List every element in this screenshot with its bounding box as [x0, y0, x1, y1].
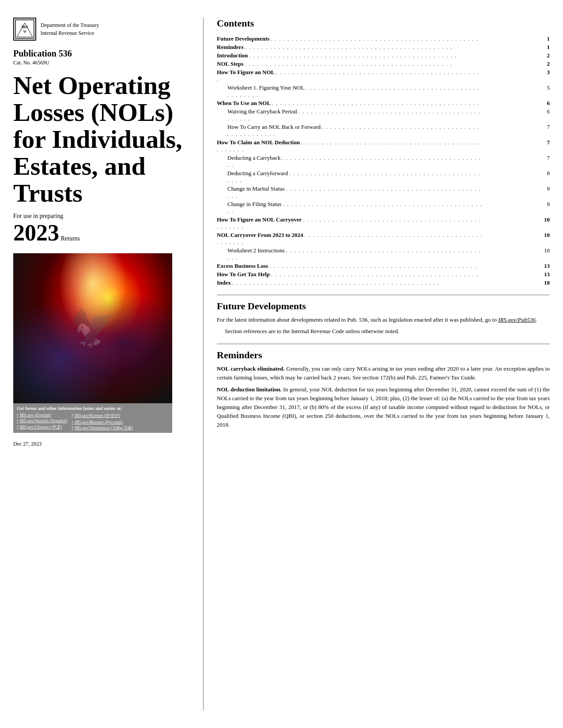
toc-label: Index . . . . . . . . . . . . . . . . . …	[217, 278, 483, 287]
toc-label: How To Figure an NOL Carryover . . . . .…	[217, 215, 483, 231]
link-item-5[interactable]: • IRS.gov/Russian (Русский)	[72, 420, 132, 424]
toc-page[interactable]: 13	[483, 270, 550, 278]
link-item-1[interactable]: • IRS.gov (English)	[17, 413, 67, 417]
toc-page[interactable]: 6	[483, 99, 550, 107]
toc-label: Deducting a Carryforward . . . . . . . .…	[217, 169, 483, 184]
toc-label: How To Carry an NOL Back or Forward . . …	[217, 123, 483, 138]
toc-row: Index . . . . . . . . . . . . . . . . . …	[217, 278, 550, 287]
link-irs[interactable]: IRS.gov (English)	[20, 413, 51, 417]
toc-label: How To Figure an NOL . . . . . . . . . .…	[217, 68, 483, 83]
toc-page[interactable]: 2	[483, 51, 550, 60]
cover-image	[13, 253, 172, 403]
toc-row: How To Carry an NOL Back or Forward . . …	[217, 123, 550, 138]
agency-line1: Department of the Treasury	[41, 21, 99, 29]
toc-page[interactable]: 18	[483, 278, 550, 287]
divider-2	[217, 344, 550, 344]
toc-page[interactable]: 9	[483, 200, 550, 215]
toc-page[interactable]: 6	[483, 107, 550, 123]
toc-row: When To Use an NOL . . . . . . . . . . .…	[217, 99, 550, 107]
toc-label: Change in Filing Status . . . . . . . . …	[217, 200, 483, 215]
toc-row: How To Get Tax Help . . . . . . . . . . …	[217, 270, 550, 278]
link-spanish[interactable]: IRS.gov/Spanish (Español)	[20, 418, 68, 423]
toc-page[interactable]: 8	[483, 169, 550, 184]
cover-caption: Get forms and other information faster a…	[13, 403, 172, 433]
link-korean[interactable]: IRS.gov/Korean (한국어)	[75, 413, 120, 419]
contents-title: Contents	[217, 18, 550, 29]
toc-row: NOL Steps . . . . . . . . . . . . . . . …	[217, 60, 550, 68]
toc-row: Worksheet 2 Instructions . . . . . . . .…	[217, 246, 550, 262]
toc-label: NOL Steps . . . . . . . . . . . . . . . …	[217, 60, 483, 68]
irs-logo: IRS 🦅	[13, 18, 36, 41]
toc-page[interactable]: 7	[483, 138, 550, 154]
future-dev-body: For the latest information about develop…	[217, 315, 550, 336]
date-footer: Dec 27, 2023	[13, 441, 190, 447]
agency-name: Department of the Treasury Internal Reve…	[41, 21, 99, 37]
toc-label: Change in Marital Status . . . . . . . .…	[217, 184, 483, 200]
toc-row: Excess Business Loss . . . . . . . . . .…	[217, 262, 550, 270]
toc-label: Reminders . . . . . . . . . . . . . . . …	[217, 43, 483, 51]
toc-label: Deducting a Carryback . . . . . . . . . …	[217, 154, 483, 169]
year-block: 2023 Returns	[13, 221, 190, 244]
toc-label: NOL Carryover From 2023 to 2024 . . . . …	[217, 231, 483, 246]
toc-page[interactable]: 10	[483, 215, 550, 231]
link-item-3[interactable]: • IRS.gov/Chinese (中文)	[17, 424, 67, 430]
link-russian[interactable]: IRS.gov/Russian (Русский)	[75, 420, 123, 424]
toc-label: Excess Business Loss . . . . . . . . . .…	[217, 262, 483, 270]
pub536-link[interactable]: IRS.gov/Pub536	[498, 316, 536, 323]
toc-row: Future Developments . . . . . . . . . . …	[217, 34, 550, 43]
reminder-p2: NOL deduction limitation. In general, yo…	[217, 385, 550, 430]
publication-title: Publication 536	[13, 49, 190, 59]
caption-title: Get forms and other information faster a…	[17, 406, 169, 411]
toc-label: Worksheet 1. Figuring Your NOL . . . . .…	[217, 83, 483, 99]
agency-header: IRS 🦅 Department of the Treasury Interna…	[13, 18, 190, 41]
toc-label: When To Use an NOL . . . . . . . . . . .…	[217, 99, 483, 107]
toc-label: Introduction . . . . . . . . . . . . . .…	[217, 51, 483, 60]
toc-row: Deducting a Carryforward . . . . . . . .…	[217, 169, 550, 184]
for-use-text: For use in preparing	[13, 213, 190, 220]
toc-row: Worksheet 1. Figuring Your NOL . . . . .…	[217, 83, 550, 99]
toc-page[interactable]: 10	[483, 246, 550, 262]
toc-page[interactable]: 9	[483, 184, 550, 200]
toc-page[interactable]: 7	[483, 123, 550, 138]
link-item-4[interactable]: • IRS.gov/Korean (한국어)	[72, 413, 132, 419]
toc-page[interactable]: 1	[483, 34, 550, 43]
link-chinese[interactable]: IRS.gov/Chinese (中文)	[20, 424, 62, 430]
toc-row: Change in Marital Status . . . . . . . .…	[217, 184, 550, 200]
returns-label: Returns	[61, 235, 80, 242]
toc-page[interactable]: 7	[483, 154, 550, 169]
reminders-body: NOL carryback eliminated. Generally, you…	[217, 364, 550, 429]
toc-label: Future Developments . . . . . . . . . . …	[217, 34, 483, 43]
link-vietnamese[interactable]: IRS.gov/Vietnamese (Tiếng Việt)	[75, 425, 133, 430]
toc-page[interactable]: 1	[483, 43, 550, 51]
table-of-contents: Future Developments . . . . . . . . . . …	[217, 34, 550, 287]
cover-links: • IRS.gov (English) • IRS.gov/Spanish (E…	[17, 413, 169, 430]
toc-row: Change in Filing Status . . . . . . . . …	[217, 200, 550, 215]
toc-page[interactable]: 5	[483, 83, 550, 99]
future-dev-title: Future Developments	[217, 300, 550, 312]
link-item-6[interactable]: • IRS.gov/Vietnamese (Tiếng Việt)	[72, 425, 132, 430]
reminder2-bold: NOL deduction limitation.	[217, 386, 282, 393]
reminder1-bold: NOL carryback eliminated.	[217, 365, 285, 372]
left-column: IRS 🦅 Department of the Treasury Interna…	[13, 18, 190, 710]
cat-number: Cat. No. 46569U	[13, 60, 190, 66]
toc-page[interactable]: 2	[483, 60, 550, 68]
toc-label: Worksheet 2 Instructions . . . . . . . .…	[217, 246, 483, 262]
toc-row: NOL Carryover From 2023 to 2024 . . . . …	[217, 231, 550, 246]
toc-row: Reminders . . . . . . . . . . . . . . . …	[217, 43, 550, 51]
toc-label: Waiving the Carryback Period . . . . . .…	[217, 107, 483, 123]
toc-page[interactable]: 13	[483, 262, 550, 270]
link-item-2[interactable]: • IRS.gov/Spanish (Español)	[17, 418, 67, 423]
reminder-p1: NOL carryback eliminated. Generally, you…	[217, 364, 550, 382]
toc-row: Introduction . . . . . . . . . . . . . .…	[217, 51, 550, 60]
reminders-title: Reminders	[217, 349, 550, 361]
agency-line2: Internal Revenue Service	[41, 29, 99, 37]
links-col-1: • IRS.gov (English) • IRS.gov/Spanish (E…	[17, 413, 67, 430]
toc-label: How To Get Tax Help . . . . . . . . . . …	[217, 270, 483, 278]
toc-row: How To Claim an NOL Deduction . . . . . …	[217, 138, 550, 154]
svg-text:🦅: 🦅	[23, 30, 27, 34]
toc-row: How To Figure an NOL Carryover . . . . .…	[217, 215, 550, 231]
document-title: Net Operating Losses (NOLs) for Individu…	[13, 72, 190, 206]
toc-page[interactable]: 3	[483, 68, 550, 83]
toc-row: How To Figure an NOL . . . . . . . . . .…	[217, 68, 550, 83]
toc-page[interactable]: 10	[483, 231, 550, 246]
